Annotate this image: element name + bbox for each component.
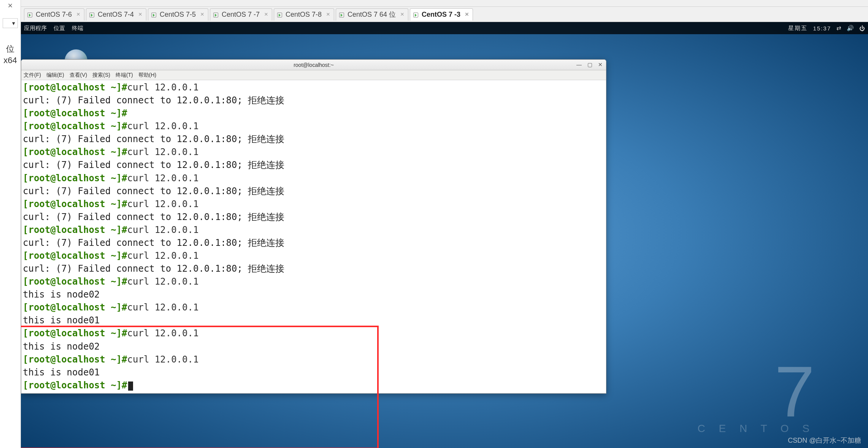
minimize-icon[interactable]: — bbox=[576, 61, 582, 68]
tab-close-icon[interactable]: × bbox=[264, 11, 268, 18]
window-title: root@localhost:~ bbox=[294, 62, 334, 68]
volume-icon[interactable]: 🔊 bbox=[847, 25, 854, 32]
menu-item-4[interactable]: 终端(T) bbox=[116, 72, 133, 79]
terminal-line: [root@localhost ~]#curl 12.0.0.1 bbox=[23, 275, 605, 288]
shell-command: curl 12.0.0.1 bbox=[127, 250, 199, 261]
tab-close-icon[interactable]: × bbox=[465, 11, 469, 18]
gnome-day: 星期五 bbox=[788, 25, 808, 32]
menu-item-0[interactable]: 文件(F) bbox=[24, 72, 41, 79]
shell-command: curl 12.0.0.1 bbox=[127, 147, 199, 157]
vm-icon bbox=[339, 12, 345, 17]
vm-icon bbox=[151, 12, 157, 17]
vm-icon bbox=[213, 12, 219, 17]
centos-text-logo: C E N T O S bbox=[697, 423, 815, 435]
shell-command: curl 12.0.0.1 bbox=[127, 302, 199, 313]
vm-icon bbox=[277, 12, 283, 17]
tab-label: CentOS 7-4 bbox=[98, 11, 134, 19]
terminal-menubar: 文件(F)编辑(E)查看(V)搜索(S)终端(T)帮助(H) bbox=[21, 70, 606, 80]
terminal-line: curl: (7) Failed connect to 12.0.0.1:80;… bbox=[23, 262, 605, 275]
menu-item-2[interactable]: 查看(V) bbox=[70, 72, 87, 79]
shell-command: curl 12.0.0.1 bbox=[127, 276, 199, 287]
terminal-line: this is node01 bbox=[23, 366, 605, 379]
terminal-line: this is node02 bbox=[23, 288, 605, 301]
tab-close-icon[interactable]: × bbox=[400, 11, 404, 18]
terminal-line: curl: (7) Failed connect to 12.0.0.1:80;… bbox=[23, 133, 605, 146]
host-left-sidebar: × ▼ 位 x64 bbox=[0, 0, 21, 448]
cursor-icon bbox=[128, 382, 133, 391]
close-window-icon[interactable]: ✕ bbox=[597, 61, 604, 68]
tab-label: CentOS 7-6 bbox=[36, 11, 72, 19]
vm-tab-5[interactable]: CentOS 7 64 位× bbox=[336, 8, 408, 21]
gnome-applications[interactable]: 应用程序 bbox=[24, 25, 47, 32]
shell-prompt: [root@localhost ~]# bbox=[23, 302, 127, 313]
terminal-line: curl: (7) Failed connect to 12.0.0.1:80;… bbox=[23, 158, 605, 171]
terminal-line: [root@localhost ~]#curl 12.0.0.1 bbox=[23, 353, 605, 366]
shell-command: curl 12.0.0.1 bbox=[127, 199, 199, 209]
terminal-body[interactable]: [root@localhost ~]#curl 12.0.0.1curl: (7… bbox=[21, 80, 606, 393]
vm-icon bbox=[413, 12, 419, 17]
vm-tab-0[interactable]: CentOS 7-6× bbox=[24, 8, 84, 21]
shell-prompt: [root@localhost ~]# bbox=[23, 380, 127, 391]
shell-prompt: [root@localhost ~]# bbox=[23, 121, 127, 131]
vm-tab-3[interactable]: CentOS 7 -7× bbox=[210, 8, 272, 21]
terminal-line: [root@localhost ~]# bbox=[23, 379, 605, 392]
network-icon[interactable]: ⇄ bbox=[836, 25, 841, 32]
shell-prompt: [root@localhost ~]# bbox=[23, 173, 127, 184]
host-toolbar bbox=[21, 0, 868, 7]
power-icon[interactable]: ⏻ bbox=[859, 25, 865, 32]
terminal-line: [root@localhost ~]#curl 12.0.0.1 bbox=[23, 223, 605, 236]
terminal-line: [root@localhost ~]#curl 12.0.0.1 bbox=[23, 172, 605, 185]
vm-tab-6[interactable]: CentOS 7 -3× bbox=[410, 8, 473, 21]
close-icon[interactable]: × bbox=[8, 1, 13, 11]
gnome-terminal-menu[interactable]: 终端 bbox=[72, 25, 83, 32]
shell-prompt: [root@localhost ~]# bbox=[23, 199, 127, 209]
shell-command: curl 12.0.0.1 bbox=[127, 328, 199, 339]
terminal-window: root@localhost:~ — ▢ ✕ 文件(F)编辑(E)查看(V)搜索… bbox=[21, 59, 606, 394]
menu-item-3[interactable]: 搜索(S) bbox=[92, 72, 110, 79]
terminal-line: this is node02 bbox=[23, 340, 605, 353]
centos-seven-logo: 7 bbox=[774, 350, 815, 433]
sidebar-label: 位 x64 bbox=[3, 43, 17, 66]
vm-viewport: 应用程序 位置 终端 星期五 15:37 ⇄ 🔊 ⏻ root@localhos… bbox=[21, 22, 868, 448]
tab-label: CentOS 7 64 位 bbox=[348, 10, 396, 19]
terminal-titlebar[interactable]: root@localhost:~ — ▢ ✕ bbox=[21, 60, 606, 70]
shell-prompt: [root@localhost ~]# bbox=[23, 276, 127, 287]
terminal-line: [root@localhost ~]#curl 12.0.0.1 bbox=[23, 198, 605, 211]
gnome-places[interactable]: 位置 bbox=[54, 25, 65, 32]
vm-tab-1[interactable]: CentOS 7-4× bbox=[86, 8, 146, 21]
vm-tab-4[interactable]: CentOS 7-8× bbox=[274, 8, 334, 21]
menu-item-5[interactable]: 帮助(H) bbox=[138, 72, 156, 79]
shell-command: curl 12.0.0.1 bbox=[127, 354, 199, 365]
tab-close-icon[interactable]: × bbox=[200, 11, 204, 18]
terminal-line: [root@localhost ~]#curl 12.0.0.1 bbox=[23, 327, 605, 340]
main-area: CentOS 7-6×CentOS 7-4×CentOS 7-5×CentOS … bbox=[21, 0, 868, 448]
tab-close-icon[interactable]: × bbox=[138, 11, 142, 18]
tab-close-icon[interactable]: × bbox=[76, 11, 80, 18]
tab-label: CentOS 7-5 bbox=[160, 11, 196, 19]
shell-command: curl 12.0.0.1 bbox=[127, 173, 199, 184]
vm-tab-2[interactable]: CentOS 7-5× bbox=[148, 8, 208, 21]
terminal-line: [root@localhost ~]#curl 12.0.0.1 bbox=[23, 146, 605, 158]
terminal-line: [root@localhost ~]#curl 12.0.0.1 bbox=[23, 301, 605, 314]
tab-close-icon[interactable]: × bbox=[326, 11, 330, 18]
gnome-topbar: 应用程序 位置 终端 星期五 15:37 ⇄ 🔊 ⏻ bbox=[21, 22, 868, 34]
terminal-line: curl: (7) Failed connect to 12.0.0.1:80;… bbox=[23, 211, 605, 223]
shell-prompt: [root@localhost ~]# bbox=[23, 147, 127, 157]
dropdown-selector[interactable]: ▼ bbox=[3, 18, 18, 28]
gnome-time: 15:37 bbox=[813, 25, 831, 32]
maximize-icon[interactable]: ▢ bbox=[586, 61, 593, 68]
terminal-line: this is node01 bbox=[23, 314, 605, 327]
shell-prompt: [root@localhost ~]# bbox=[23, 108, 127, 119]
tab-label: CentOS 7-8 bbox=[286, 11, 322, 19]
terminal-line: curl: (7) Failed connect to 12.0.0.1:80;… bbox=[23, 185, 605, 198]
terminal-line: [root@localhost ~]#curl 12.0.0.1 bbox=[23, 81, 605, 94]
terminal-line: [root@localhost ~]#curl 12.0.0.1 bbox=[23, 120, 605, 133]
menu-item-1[interactable]: 编辑(E) bbox=[46, 72, 64, 79]
vm-tabs-bar: CentOS 7-6×CentOS 7-4×CentOS 7-5×CentOS … bbox=[21, 7, 868, 22]
vm-icon bbox=[89, 12, 95, 17]
tab-label: CentOS 7 -3 bbox=[422, 11, 460, 19]
vm-icon bbox=[27, 12, 33, 17]
terminal-line: curl: (7) Failed connect to 12.0.0.1:80;… bbox=[23, 236, 605, 249]
shell-prompt: [root@localhost ~]# bbox=[23, 250, 127, 261]
terminal-line: [root@localhost ~]# bbox=[23, 107, 605, 120]
